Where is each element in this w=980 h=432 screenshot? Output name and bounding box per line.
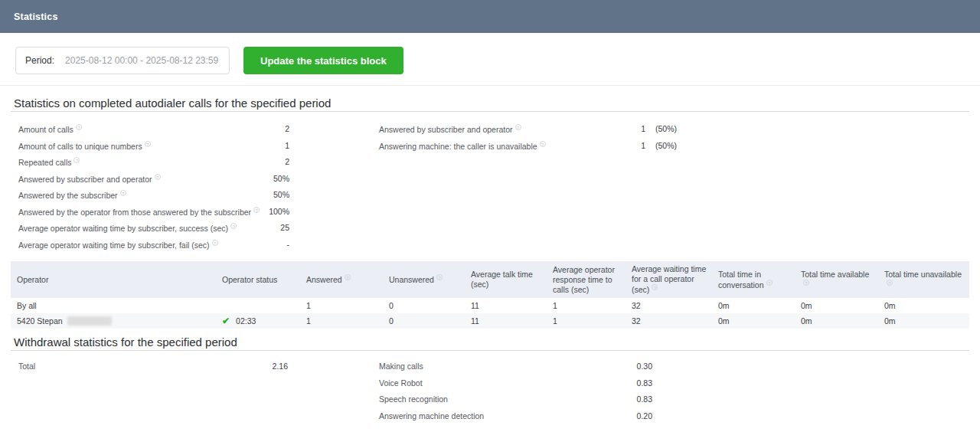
autodialer-stats-left-column: Amount of calls?2Amount of calls to uniq… [18,124,289,256]
stat-row: Answered by subscriber and operator?50% [18,174,289,191]
stat-label: Average operator waiting time by subscri… [18,223,276,233]
stat-row: Answered by subscriber and operator?1(50… [379,124,679,141]
info-icon[interactable]: ? [766,280,773,286]
withdrawal-item-value: 0.30 [633,362,652,371]
value-cell: 0m [795,313,878,329]
column-header: Operator status [216,261,300,298]
column-header: Operator [11,261,216,298]
value-cell: 0 [383,313,465,329]
withdrawal-total-row: Total 2.16 [18,362,288,378]
stat-label: Average operator waiting time by subscri… [18,240,283,250]
withdrawal-total-label: Total [18,362,268,371]
operator-cell: 5420 Stepan [11,313,216,329]
stat-value: 1 [285,141,289,150]
info-icon[interactable]: ? [540,141,546,147]
value-cell: 0m [878,298,969,313]
withdrawal-item-row: Voice Robot0.83 [379,378,670,395]
column-header: Total time unavailable? [878,261,969,298]
withdrawal-item-label: Making calls [379,362,633,371]
operators-table-header-row: OperatorOperator statusAnswered?Unanswer… [11,261,969,298]
stat-value: 2 [285,124,289,133]
stat-row: Amount of calls?2 [18,124,289,141]
value-cell: 1 [547,313,626,329]
withdrawal-stats: Total 2.16 Making calls0.30Voice Robot0.… [0,351,980,432]
period-picker[interactable]: Period: 2025-08-12 00:00 - 2025-08-12 23… [15,47,230,74]
value-cell: 32 [626,298,712,313]
stat-value: 100% [269,207,289,216]
stat-label: Answered by subscriber and operator? [18,174,269,184]
stat-percent: (50%) [655,124,677,133]
withdrawal-item-value: 0.83 [633,394,652,404]
value-cell: 1 [300,313,383,329]
stat-label: Answered by the operator from those answ… [18,207,264,217]
info-icon[interactable]: ? [145,141,151,147]
info-icon[interactable]: ? [345,274,351,280]
info-icon[interactable]: ? [652,284,658,290]
stat-label: Repeated calls? [18,157,280,167]
autodialer-stats-right-column: Answered by subscriber and operator?1(50… [379,124,679,157]
autodialer-stats: Amount of calls?2Amount of calls to uniq… [0,112,980,261]
operator-status-cell [216,298,300,313]
column-header: Average talk time (sec) [465,261,547,298]
stat-value: 2 [285,157,289,166]
column-header: Unanswered? [383,261,465,298]
value-cell: 0m [712,313,795,329]
info-icon[interactable]: ? [212,240,218,246]
info-icon[interactable]: ? [887,280,893,286]
info-icon[interactable]: ? [155,174,161,180]
value-cell: 1 [300,298,383,313]
period-value[interactable]: 2025-08-12 00:00 - 2025-08-12 23:59 [65,55,218,66]
withdrawal-items-column: Making calls0.30Voice Robot0.83Speech re… [379,362,670,427]
stat-label: Answered by subscriber and operator? [379,124,633,134]
withdrawal-item-label: Voice Robot [379,378,633,388]
value-cell: 11 [465,298,547,313]
column-header: Total time available? [795,261,878,298]
info-icon[interactable]: ? [230,223,237,229]
redacted-surname [67,316,112,326]
withdrawal-section-title: Withdrawal statistics for the specified … [11,329,969,351]
info-icon[interactable]: ? [436,274,443,280]
column-header: Average waiting time for a call operator… [626,261,712,298]
update-statistics-button[interactable]: Update the statistics block [243,47,403,74]
operators-table: OperatorOperator statusAnswered?Unanswer… [11,261,969,329]
page-title: Statistics [14,11,58,22]
period-label: Period: [25,55,54,66]
withdrawal-item-value: 0.83 [633,378,652,388]
stat-value: 1 [633,124,645,133]
value-cell: 0m [878,313,969,329]
stat-value: 50% [273,190,289,199]
autodialer-section-title: Statistics on completed autodialer calls… [11,86,969,112]
info-icon[interactable]: ? [803,280,809,286]
stat-row: Answered by the operator from those answ… [18,207,289,224]
stat-percent: (50%) [655,141,677,150]
stat-value: - [287,240,290,249]
stat-label: Amount of calls? [18,124,280,134]
withdrawal-total-column: Total 2.16 [18,362,288,378]
value-cell: 11 [465,313,547,329]
topbar: Statistics [0,0,980,33]
operator-cell: By all [11,298,216,313]
stat-row: Repeated calls?2 [18,157,289,174]
stat-row: Answering machine: the caller is unavail… [379,141,679,158]
value-cell: 0 [383,298,465,313]
value-cell: 0m [795,298,878,313]
stat-row: Average operator waiting time by subscri… [18,223,289,240]
info-icon[interactable]: ? [120,190,126,196]
stat-value: 25 [280,223,289,232]
stat-row: Average operator waiting time by subscri… [18,240,289,257]
toolbar: Period: 2025-08-12 00:00 - 2025-08-12 23… [0,33,980,86]
value-cell: 32 [626,313,712,329]
table-row: 5420 Stepan✔02:3310111320m0m0m [11,313,969,329]
info-icon[interactable]: ? [76,124,82,130]
value-cell: 1 [547,298,626,313]
stat-label: Answered by the subscriber? [18,190,269,200]
withdrawal-item-row: Making calls0.30 [379,362,670,378]
info-icon[interactable]: ? [515,124,521,130]
stat-row: Answered by the subscriber?50% [18,190,289,207]
column-header: Total time in conversation? [712,261,795,298]
info-icon[interactable]: ? [74,157,80,163]
withdrawal-item-row: Speech recognition0.83 [379,394,670,411]
withdrawal-item-label: Answering machine detection [379,411,633,421]
info-icon[interactable]: ? [253,207,260,213]
table-row: By all10111320m0m0m [11,298,969,313]
